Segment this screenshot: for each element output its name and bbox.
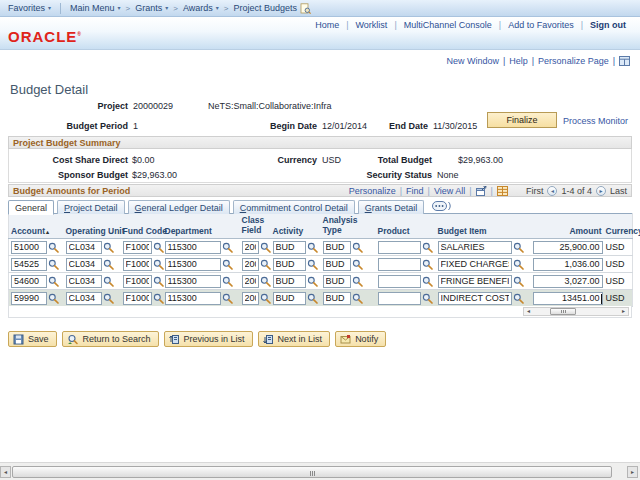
class-field-input[interactable] [242, 241, 259, 254]
lookup-icon[interactable] [307, 276, 318, 287]
page-search-icon[interactable] [300, 3, 311, 14]
amount-input[interactable] [533, 275, 603, 288]
amount-input-editing[interactable] [533, 292, 603, 305]
scroll-left-icon[interactable]: ◂ [524, 308, 533, 315]
personalize-page-link[interactable]: Personalize Page [538, 56, 609, 66]
account-input[interactable] [11, 241, 47, 254]
breadcrumb-grants[interactable]: Grants ▾ [135, 3, 168, 13]
lookup-icon[interactable] [422, 242, 433, 253]
lookup-icon[interactable] [222, 242, 233, 253]
scroll-right-icon[interactable]: ▸ [619, 308, 628, 315]
lookup-icon[interactable] [222, 259, 233, 270]
pagination-last[interactable]: Last [610, 186, 627, 196]
operating-unit-input[interactable] [66, 292, 102, 305]
product-input[interactable] [378, 241, 421, 254]
class-field-input[interactable] [242, 292, 259, 305]
column-header-amount[interactable]: Amount [528, 214, 604, 239]
lookup-icon[interactable] [260, 293, 271, 304]
column-header-budget-item[interactable]: Budget Item [436, 214, 528, 239]
add-to-favorites-link[interactable]: Add to Favorites [508, 20, 574, 30]
previous-in-list-button[interactable]: Previous in List [164, 331, 253, 347]
personalize-link[interactable]: Personalize [349, 186, 396, 196]
activity-input[interactable] [273, 292, 306, 305]
lookup-icon[interactable] [422, 259, 433, 270]
budget-item-input[interactable] [438, 241, 512, 254]
analysis-type-input[interactable] [323, 275, 351, 288]
lookup-icon[interactable] [307, 242, 318, 253]
analysis-type-input[interactable] [323, 241, 351, 254]
lookup-icon[interactable] [307, 293, 318, 304]
class-field-input[interactable] [242, 258, 259, 271]
lookup-icon[interactable] [48, 276, 59, 287]
pagination-first[interactable]: First [526, 186, 544, 196]
worklist-link[interactable]: Worklist [356, 20, 388, 30]
activity-input[interactable] [273, 258, 306, 271]
column-header-fund-code[interactable]: Fund Code [121, 214, 163, 239]
finalize-button[interactable]: Finalize [487, 112, 557, 128]
product-input[interactable] [378, 292, 421, 305]
breadcrumb-awards[interactable]: Awards ▾ [183, 3, 219, 13]
amount-input[interactable] [533, 258, 603, 271]
lookup-icon[interactable] [513, 293, 524, 304]
lookup-icon[interactable] [103, 293, 114, 304]
lookup-icon[interactable] [422, 293, 433, 304]
tab-grants-detail[interactable]: Grants Detail [358, 200, 425, 214]
lookup-icon[interactable] [153, 276, 164, 287]
operating-unit-input[interactable] [66, 241, 102, 254]
show-all-columns-icon[interactable] [432, 201, 452, 211]
account-input[interactable] [11, 292, 47, 305]
multichannel-console-link[interactable]: MultiChannel Console [404, 20, 492, 30]
budget-item-input[interactable] [438, 275, 512, 288]
lookup-icon[interactable] [307, 259, 318, 270]
breadcrumb-project-budgets[interactable]: Project Budgets [234, 3, 312, 14]
home-link[interactable]: Home [315, 20, 339, 30]
help-link[interactable]: Help [509, 56, 528, 66]
account-input[interactable] [11, 275, 47, 288]
column-header-department[interactable]: Department [163, 214, 240, 239]
new-window-link[interactable]: New Window [446, 56, 499, 66]
fund-code-input[interactable] [123, 292, 152, 305]
breadcrumb-favorites[interactable]: Favorites ▾ [8, 3, 51, 13]
lookup-icon[interactable] [352, 293, 363, 304]
tab-general[interactable]: General [8, 200, 54, 215]
page-hscrollbar[interactable]: ◂ ▸ [0, 462, 640, 480]
activity-input[interactable] [273, 275, 306, 288]
lookup-icon[interactable] [222, 276, 233, 287]
product-input[interactable] [378, 258, 421, 271]
operating-unit-input[interactable] [66, 275, 102, 288]
department-input[interactable] [165, 258, 221, 271]
lookup-icon[interactable] [48, 259, 59, 270]
grid-hscrollbar[interactable]: ◂ ▸ [523, 307, 629, 316]
lookup-icon[interactable] [153, 242, 164, 253]
lookup-icon[interactable] [513, 276, 524, 287]
grid-scroll-thumb[interactable] [550, 308, 576, 315]
lookup-icon[interactable] [103, 276, 114, 287]
column-header-operating-unit[interactable]: Operating Unit [64, 214, 121, 239]
download-grid-icon[interactable] [497, 186, 508, 196]
find-link[interactable]: Find [406, 186, 424, 196]
breadcrumb-main-menu[interactable]: Main Menu ▾ [70, 3, 121, 13]
fund-code-input[interactable] [123, 275, 152, 288]
lookup-icon[interactable] [260, 242, 271, 253]
department-input[interactable] [165, 292, 221, 305]
scroll-right-icon[interactable]: ▸ [627, 466, 638, 478]
lookup-icon[interactable] [260, 276, 271, 287]
analysis-type-input[interactable] [323, 292, 351, 305]
view-all-link[interactable]: View All [434, 186, 465, 196]
tab-general-ledger-detail[interactable]: General Ledger Detail [128, 200, 230, 214]
lookup-icon[interactable] [103, 242, 114, 253]
lookup-icon[interactable] [352, 259, 363, 270]
next-page-icon[interactable]: ▸ [596, 186, 606, 196]
amount-input[interactable] [533, 241, 603, 254]
analysis-type-input[interactable] [323, 258, 351, 271]
operating-unit-input[interactable] [66, 258, 102, 271]
lookup-icon[interactable] [513, 242, 524, 253]
popup-window-icon[interactable] [476, 186, 487, 196]
fund-code-input[interactable] [123, 258, 152, 271]
lookup-icon[interactable] [352, 242, 363, 253]
fund-code-input[interactable] [123, 241, 152, 254]
lookup-icon[interactable] [48, 293, 59, 304]
lookup-icon[interactable] [422, 276, 433, 287]
column-header-account[interactable]: Account▴ [9, 214, 64, 239]
previous-page-icon[interactable]: ◂ [547, 186, 557, 196]
